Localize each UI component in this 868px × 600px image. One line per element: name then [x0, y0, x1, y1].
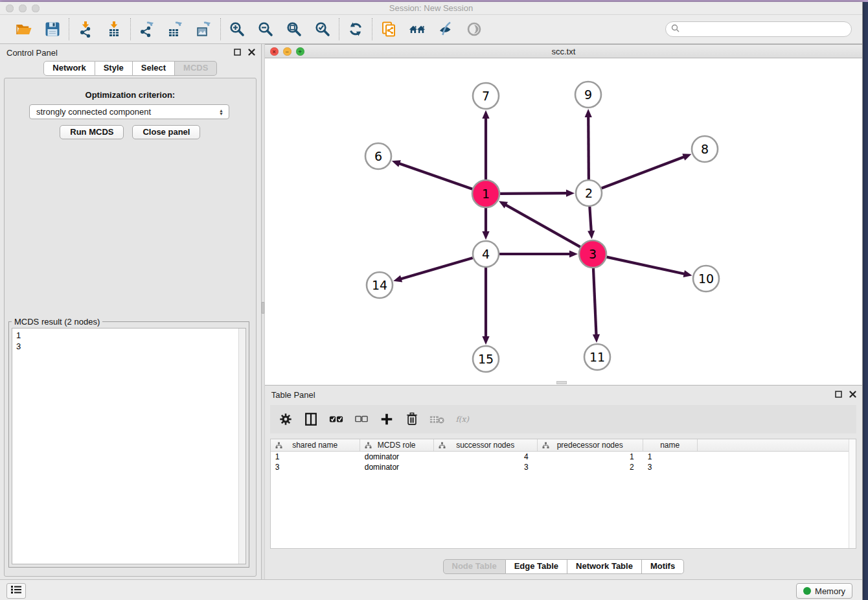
svg-text:3: 3	[589, 247, 597, 261]
column-header-predecessor-nodes[interactable]: predecessor nodes	[538, 439, 643, 451]
search-box[interactable]	[665, 21, 852, 37]
select-all-icon[interactable]	[328, 411, 344, 427]
graph-node-6[interactable]: 6	[365, 143, 391, 169]
result-scrollbar[interactable]	[238, 329, 246, 564]
tab-network[interactable]: Network	[43, 61, 95, 76]
zoom-out-icon[interactable]	[257, 21, 274, 38]
mcds-result-line: 1	[16, 330, 242, 341]
open-folder-icon[interactable]	[16, 21, 32, 38]
tab-edge-table[interactable]: Edge Table	[506, 559, 567, 574]
search-input[interactable]	[683, 25, 846, 34]
graph-node-1[interactable]: 1	[472, 180, 499, 207]
optimization-criterion-select[interactable]: strongly connected component ▲▼	[29, 104, 229, 119]
export-image-icon[interactable]	[196, 21, 212, 38]
table-cell[interactable]: 3	[271, 462, 360, 472]
add-column-icon[interactable]	[379, 411, 394, 427]
float-panel-icon[interactable]	[233, 48, 242, 56]
graph-edge-2-9[interactable]	[588, 117, 589, 179]
graph-edge-2-3[interactable]	[589, 207, 591, 231]
graph-edge-3-11[interactable]	[593, 268, 597, 335]
table-cell[interactable]: dominator	[360, 462, 434, 472]
graph-edge-4-14[interactable]	[400, 258, 472, 279]
graph-node-8[interactable]: 8	[692, 136, 718, 162]
graph-edge-3-1[interactable]	[505, 205, 580, 247]
graph-node-2[interactable]: 2	[576, 180, 602, 206]
graph-edge-2-8[interactable]	[601, 157, 684, 188]
table-cell[interactable]: 4	[434, 452, 538, 462]
task-history-button[interactable]	[6, 583, 26, 599]
memory-button[interactable]: Memory	[796, 583, 852, 599]
tab-motifs[interactable]: Motifs	[642, 559, 684, 574]
table-close-icon[interactable]	[849, 390, 857, 398]
close-panel-button[interactable]: Close panel	[132, 125, 200, 139]
table-cell[interactable]: 2	[538, 462, 643, 472]
main-area: Control Panel NetworkStyleSelectMCDS Opt…	[0, 44, 862, 579]
graph-node-9[interactable]: 9	[575, 82, 601, 108]
svg-text:2: 2	[585, 186, 593, 200]
table-scrollbar[interactable]	[849, 439, 856, 548]
tab-mcds[interactable]: MCDS	[175, 61, 217, 76]
table-cell[interactable]: 1	[643, 452, 698, 462]
table-cell[interactable]: 3	[434, 462, 538, 472]
mcds-result-box: MCDS result (2 nodes) 13	[8, 321, 249, 568]
canvas-splitter-grip[interactable]	[556, 381, 567, 384]
tab-select[interactable]: Select	[133, 61, 175, 76]
column-header-name[interactable]: name	[643, 439, 698, 451]
main-toolbar	[0, 15, 862, 44]
graph-node-10[interactable]: 10	[693, 266, 719, 292]
gear-icon[interactable]	[278, 411, 293, 427]
control-panel-tabs: NetworkStyleSelectMCDS	[0, 61, 261, 76]
graph-edge-1-2[interactable]	[500, 193, 567, 194]
graph-edge-arrowhead	[588, 231, 595, 239]
copy-network-icon[interactable]	[380, 21, 397, 38]
splitter-grip[interactable]	[262, 302, 264, 314]
table-float-icon[interactable]	[834, 390, 843, 398]
delete-table-icon	[429, 411, 445, 427]
tab-node-table[interactable]: Node Table	[443, 559, 506, 574]
run-mcds-button[interactable]: Run MCDS	[60, 125, 124, 139]
session-title: Session: New Session	[0, 3, 862, 13]
toolbar-group	[372, 21, 490, 38]
network-canvas[interactable]: 7968124314101511	[265, 58, 862, 384]
zoom-selected-icon[interactable]	[314, 21, 331, 38]
table-row[interactable]: 3dominator323	[271, 462, 856, 472]
export-table-icon[interactable]	[167, 21, 184, 38]
column-header-successor-nodes[interactable]: successor nodes	[434, 439, 538, 451]
graph-node-7[interactable]: 7	[473, 83, 499, 109]
graph-node-15[interactable]: 15	[473, 346, 499, 372]
table-cell[interactable]: 1	[538, 452, 643, 462]
zoom-fit-icon[interactable]	[286, 21, 303, 38]
graph-node-3[interactable]: 3	[579, 240, 606, 268]
mcds-result-area[interactable]: 13	[12, 328, 246, 564]
graph-edge-arrowhead	[584, 109, 591, 117]
hide-graphics-icon[interactable]	[437, 21, 454, 38]
import-table-icon[interactable]	[106, 21, 122, 38]
node-table: shared nameMCDS rolesuccessor nodesprede…	[270, 439, 856, 549]
export-network-icon[interactable]	[139, 21, 155, 38]
columns-icon[interactable]	[303, 411, 319, 427]
table-cell[interactable]: 3	[643, 462, 698, 472]
graph-node-4[interactable]: 4	[473, 241, 499, 267]
refresh-icon[interactable]	[347, 21, 364, 38]
first-neighbors-icon[interactable]	[409, 21, 426, 38]
graph-node-11[interactable]: 11	[584, 344, 610, 370]
tab-network-table[interactable]: Network Table	[567, 559, 642, 574]
toolbar-group	[131, 21, 220, 38]
graph-edge-3-10[interactable]	[606, 257, 684, 274]
unselect-all-icon[interactable]	[354, 411, 369, 427]
table-row[interactable]: 1dominator411	[271, 452, 856, 462]
column-header-shared-name[interactable]: shared name	[271, 439, 360, 451]
import-network-icon[interactable]	[77, 21, 94, 38]
save-icon[interactable]	[44, 21, 61, 38]
control-panel-header: Control Panel	[0, 44, 261, 61]
graph-edge-1-6[interactable]	[399, 163, 472, 189]
close-panel-icon[interactable]	[247, 48, 256, 56]
table-cell[interactable]: 1	[271, 452, 360, 462]
tab-style[interactable]: Style	[95, 61, 133, 76]
delete-column-icon[interactable]	[404, 411, 420, 427]
memory-status-icon	[803, 587, 811, 595]
zoom-in-icon[interactable]	[229, 21, 246, 38]
table-cell[interactable]: dominator	[360, 452, 434, 462]
graph-node-14[interactable]: 14	[367, 272, 393, 298]
column-header-MCDS-role[interactable]: MCDS role	[360, 439, 434, 451]
